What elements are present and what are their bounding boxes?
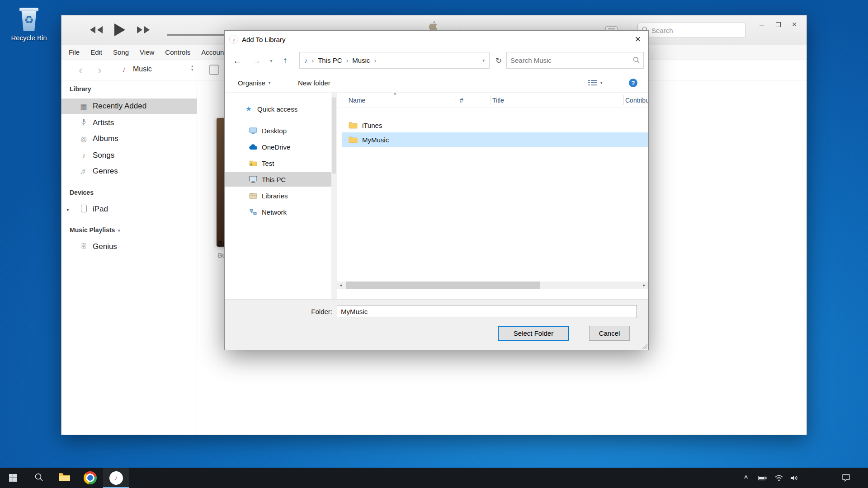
- nav-item-network[interactable]: Network: [225, 205, 331, 219]
- menu-controls[interactable]: Controls: [160, 45, 196, 60]
- resize-grip[interactable]: [642, 343, 647, 349]
- nav-item-desktop[interactable]: Desktop: [225, 123, 331, 138]
- dialog-navigation-pane: ★ Quick access Desktop OneDrive Test: [225, 93, 337, 299]
- up-one-level-button[interactable]: ↑: [279, 54, 292, 67]
- dialog-titlebar[interactable]: ♪ Add To Library ×: [225, 31, 648, 48]
- taskbar-chrome-button[interactable]: [77, 468, 103, 488]
- dialog-close-button[interactable]: ×: [627, 31, 648, 48]
- recycle-bin-label: Recycle Bin: [7, 34, 51, 42]
- back-nav-icon[interactable]: ‹: [79, 61, 83, 79]
- scrollbar-thumb[interactable]: [332, 97, 336, 174]
- play-button[interactable]: [114, 23, 126, 38]
- rewind-button[interactable]: [90, 26, 103, 36]
- column-header-name[interactable]: Name: [349, 97, 365, 104]
- scrollbar-thumb[interactable]: [346, 282, 540, 289]
- start-button[interactable]: [0, 468, 26, 488]
- details-view-icon: [588, 79, 597, 86]
- fast-forward-button[interactable]: [137, 26, 150, 36]
- back-button[interactable]: ←: [231, 54, 244, 67]
- itunes-search-box[interactable]: [637, 23, 746, 38]
- nav-item-test[interactable]: Test: [225, 156, 331, 170]
- nav-pane-scrollbar[interactable]: [331, 93, 337, 299]
- scroll-right-arrow[interactable]: ►: [640, 282, 648, 289]
- nav-item-this-pc[interactable]: This PC: [225, 172, 331, 187]
- nav-item-libraries[interactable]: Libraries: [225, 188, 331, 203]
- chevron-down-icon: ▾: [269, 80, 271, 85]
- recycle-bin-desktop-icon[interactable]: ♻ Recycle Bin: [7, 6, 51, 42]
- sidebar-item-albums[interactable]: ◎ Albums: [61, 131, 197, 146]
- music-playlists-header[interactable]: Music Playlists▾: [70, 226, 120, 234]
- itunes-search-input[interactable]: [651, 27, 741, 34]
- breadcrumb-this-pc[interactable]: This PC: [318, 56, 342, 64]
- itunes-sidebar: Library ▦ Recently Added Artists ◎ Album…: [61, 80, 197, 435]
- file-row-mymusic[interactable]: MyMusic: [342, 132, 648, 147]
- dropdown-carets-icon[interactable]: ▴ ▾: [191, 64, 193, 71]
- cancel-button[interactable]: Cancel: [589, 326, 630, 341]
- change-view-button[interactable]: ▾: [588, 73, 603, 93]
- organise-menu-button[interactable]: Organise ▾: [238, 73, 270, 93]
- music-folder-icon: ♪: [304, 56, 308, 64]
- taskbar-itunes-button[interactable]: ♪: [103, 468, 129, 488]
- playback-controls: [90, 23, 150, 39]
- sidebar-item-ipad[interactable]: ▸ iPad: [61, 202, 197, 217]
- sidebar-item-genres[interactable]: ♬ Genres: [61, 164, 197, 179]
- media-kind-dropdown[interactable]: Music: [133, 65, 152, 73]
- taskbar-file-explorer-button[interactable]: [52, 468, 77, 488]
- maximize-button[interactable]: [771, 18, 785, 31]
- help-button[interactable]: ?: [629, 73, 637, 93]
- this-pc-icon: [248, 176, 258, 183]
- menu-file[interactable]: File: [63, 45, 85, 60]
- breadcrumb[interactable]: ♪ › This PC › Music › ▾: [299, 52, 490, 69]
- show-hidden-icons-button[interactable]: ^: [740, 468, 752, 488]
- sidebar-item-artists[interactable]: Artists: [61, 115, 197, 131]
- help-icon: ?: [629, 79, 637, 87]
- breadcrumb-separator[interactable]: ›: [346, 57, 349, 64]
- scroll-left-arrow[interactable]: ◄: [337, 282, 345, 289]
- media-view-icon[interactable]: [209, 65, 219, 75]
- address-dropdown-icon[interactable]: ▾: [482, 58, 485, 63]
- battery-icon[interactable]: [756, 468, 769, 488]
- file-row-itunes[interactable]: iTunes: [342, 118, 648, 132]
- sidebar-item-genius[interactable]: Genius: [61, 239, 197, 254]
- dialog-body: ★ Quick access Desktop OneDrive Test: [225, 93, 648, 299]
- column-header-title[interactable]: Title: [492, 97, 504, 104]
- column-header-contributing-artists[interactable]: Contributing artists: [625, 97, 648, 104]
- menu-song[interactable]: Song: [108, 45, 134, 60]
- quick-access-star-icon: ★: [244, 105, 254, 113]
- expander-icon[interactable]: ▸: [67, 206, 70, 212]
- dialog-search-input[interactable]: [510, 56, 633, 64]
- forward-nav-icon[interactable]: ›: [98, 61, 102, 79]
- column-header-number[interactable]: #: [460, 97, 463, 104]
- sidebar-item-recently-added[interactable]: ▦ Recently Added: [61, 99, 197, 114]
- forward-button[interactable]: →: [250, 54, 263, 67]
- refresh-button[interactable]: ↻: [492, 55, 505, 66]
- select-folder-button[interactable]: Select Folder: [498, 326, 569, 341]
- library-header: Library: [70, 85, 91, 93]
- breadcrumb-music[interactable]: Music: [352, 56, 370, 64]
- recent-locations-dropdown-icon[interactable]: ▾: [267, 57, 275, 64]
- breadcrumb-separator[interactable]: ›: [374, 57, 376, 64]
- action-center-icon[interactable]: [838, 468, 854, 488]
- new-folder-button[interactable]: New folder: [298, 73, 330, 93]
- taskbar-search-button[interactable]: [26, 468, 52, 488]
- close-button[interactable]: ×: [788, 18, 801, 31]
- menu-edit[interactable]: Edit: [85, 45, 108, 60]
- menu-view[interactable]: View: [134, 45, 160, 60]
- folder-name-input[interactable]: [337, 305, 637, 318]
- minimize-button[interactable]: –: [755, 18, 769, 31]
- microphone-icon: [79, 118, 89, 127]
- music-note-icon: ♪: [79, 151, 89, 160]
- search-icon[interactable]: [633, 56, 640, 65]
- horizontal-scrollbar[interactable]: ◄ ►: [337, 282, 648, 289]
- network-wifi-icon[interactable]: [773, 468, 785, 488]
- dialog-search-box[interactable]: [506, 52, 644, 69]
- dialog-footer: Folder: Select Folder Cancel: [225, 299, 648, 350]
- volume-speaker-icon[interactable]: [788, 468, 801, 488]
- windows-logo-icon: [9, 474, 17, 482]
- add-to-library-dialog: ♪ Add To Library × ← → ▾ ↑ ♪ › This PC ›…: [224, 30, 649, 350]
- genius-atom-icon: [79, 242, 89, 251]
- nav-item-onedrive[interactable]: OneDrive: [225, 140, 331, 154]
- nav-item-quick-access[interactable]: ★ Quick access: [225, 102, 331, 116]
- chevron-down-icon: ▾: [600, 80, 603, 85]
- sidebar-item-songs[interactable]: ♪ Songs: [61, 148, 197, 163]
